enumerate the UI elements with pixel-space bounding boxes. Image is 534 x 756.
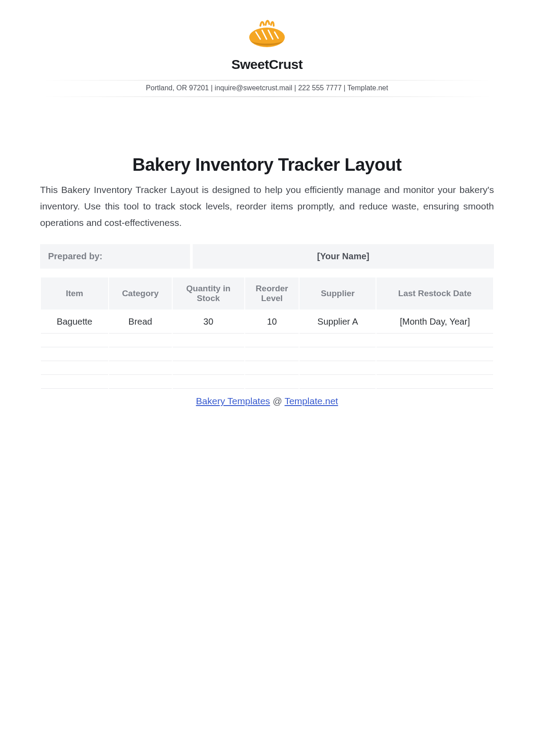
inventory-table: Item Category Quantity in Stock Reorder … [40,277,494,390]
prepared-by-row: Prepared by: [Your Name] [40,244,494,269]
table-row-empty [41,348,493,361]
cell-quantity: 30 [173,310,244,334]
col-supplier: Supplier [299,277,376,310]
cell-supplier: Supplier A [299,310,376,334]
bakery-logo-icon [243,18,291,54]
col-item: Item [41,277,108,310]
link-bakery-templates[interactable]: Bakery Templates [196,396,270,406]
page-description: This Bakery Inventory Tracker Layout is … [40,182,494,231]
col-reorder: Reorder Level [245,277,299,310]
footer-links: Bakery Templates @ Template.net [40,396,494,406]
link-template-net[interactable]: Template.net [284,396,338,406]
table-row-empty [41,362,493,375]
table-row: Baguette Bread 30 10 Supplier A [Month D… [41,310,493,334]
brand-name: SweetCrust [231,57,303,72]
table-row-empty [41,334,493,347]
brand-logo-block: SweetCrust [40,18,494,72]
contact-line: Portland, OR 97201 | inquire@sweetcrust.… [40,84,494,92]
cell-item: Baguette [41,310,108,334]
cell-restock: [Month Day, Year] [376,310,493,334]
col-category: Category [109,277,172,310]
table-row-empty [41,376,493,389]
col-restock: Last Restock Date [376,277,493,310]
divider [40,80,494,80]
cell-reorder: 10 [245,310,299,334]
col-quantity: Quantity in Stock [173,277,244,310]
footer-separator: @ [270,396,285,406]
page-title: Bakery Inventory Tracker Layout [40,155,494,175]
prepared-by-label: Prepared by: [40,244,190,269]
cell-category: Bread [109,310,172,334]
divider [40,97,494,97]
prepared-by-value: [Your Name] [193,244,494,269]
table-header-row: Item Category Quantity in Stock Reorder … [41,277,493,310]
